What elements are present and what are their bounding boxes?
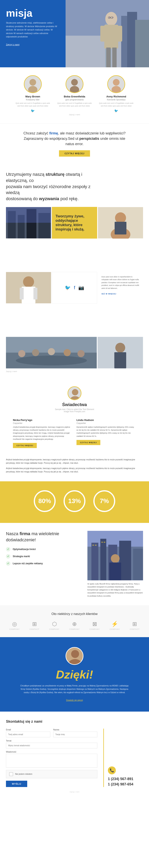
contact-form: Email Nazwa Temat Wiadomość xyxy=(6,728,97,787)
cta-section: Chcesz założyć firmę, ale masz doświadcz… xyxy=(0,124,149,163)
svg-point-34 xyxy=(23,276,34,287)
team-section: Mary Brown Kreatywny lider Quis aute iur… xyxy=(0,67,149,124)
team-desc-2: Quis aute iure sunt in frugalitate a qui… xyxy=(98,102,134,107)
feature-label-2: Lepsze niż zwykłe reklamy xyxy=(13,562,43,565)
svg-point-20 xyxy=(70,86,79,92)
client-logo-4: ⊠ COMPANY xyxy=(90,621,100,630)
client-logo-5: ⚡ COMPANY xyxy=(110,621,120,630)
message-input[interactable] xyxy=(6,754,97,768)
team-desc-1: Quis aute iure sunt in frugalitate a qui… xyxy=(57,102,92,107)
photo-grid-bottom: 🐦 f 📷 Duis aute irure dolor in reprehend… xyxy=(6,272,143,336)
photo-grid-top: Tworzymy żywe, oddychające struktury, kt… xyxy=(6,207,143,271)
svg-rect-54 xyxy=(100,539,106,580)
thanks-link[interactable]: Dowiedz się więcej xyxy=(66,699,83,701)
stat-item-0: 80% xyxy=(34,490,56,514)
svg-rect-37 xyxy=(33,288,38,299)
clients-title: Oto niektórzy z naszych klientów xyxy=(6,612,143,616)
svg-point-21 xyxy=(113,79,120,86)
grid-cell-text: Duis aute irure dolor in reprehenderit i… xyxy=(98,272,143,304)
submit-button[interactable]: WYŚLIJ xyxy=(6,781,27,787)
svg-rect-61 xyxy=(104,542,105,543)
stat-circle-2: 7% xyxy=(93,490,115,512)
cta-firm-word: firmę xyxy=(49,131,58,135)
team-desc-0: Quis aute iure sunt in frugalitate a qui… xyxy=(15,102,51,107)
twitter-icon-0: 🐦 xyxy=(31,109,35,113)
thanks-section: Dzięki! Chciałbym podziękować za umożliw… xyxy=(0,637,149,712)
form-group-name: Nazwa xyxy=(53,728,98,737)
hero-section: misja Skuteczne wdrożenie misji, zdefini… xyxy=(0,0,149,67)
testimonial-text-0: Artykuł świadectwa przyjął ekspresywnie,… xyxy=(13,426,73,440)
grid-cell-extra-person xyxy=(98,337,143,369)
team-role-2: Kierownik Sprzedaży xyxy=(98,99,134,101)
team-role-1: guru programowania xyxy=(57,99,92,101)
subject-input[interactable] xyxy=(6,743,97,748)
grid-cell-person1 xyxy=(98,207,143,239)
message-label: Wiadomość xyxy=(6,751,97,753)
feature-item-1: ✓ Strategia marki xyxy=(6,554,81,559)
feature-label-0: Optymalizacja treści xyxy=(13,548,36,551)
testimonial-role-1: Copywriter xyxy=(76,422,136,424)
stat-number-1: 13% xyxy=(68,497,81,505)
svg-rect-32 xyxy=(115,222,126,235)
svg-rect-60 xyxy=(101,542,103,543)
svg-point-47 xyxy=(116,343,125,352)
svg-rect-59 xyxy=(95,545,97,546)
svg-point-41 xyxy=(18,350,25,357)
svg-point-65 xyxy=(71,650,79,658)
client-label-1: CONTACT xyxy=(30,628,40,630)
testimonial-btn-1[interactable]: CZYTAJ WIĘCEJ xyxy=(76,440,100,445)
grid-cell-yellow: Tworzymy żywe, oddychające struktury, kt… xyxy=(52,207,97,239)
cta-perspiciatis: perspiciatis xyxy=(79,136,99,141)
testimonial-role-0: Copywriter xyxy=(13,422,73,424)
grid-read-more[interactable]: IDŹ W WIĘCEJ xyxy=(101,293,117,295)
feature-item-2: ✓ Lepsze niż zwykłe reklamy xyxy=(6,561,81,566)
svg-rect-48 xyxy=(115,352,126,369)
client-icon-3: ⊕ xyxy=(72,621,77,627)
team-card-0: Mary Brown Kreatywny lider Quis aute iur… xyxy=(15,75,51,113)
client-label-5: COMPANY xyxy=(110,628,120,630)
client-logo-2: ⬡ COMPANY xyxy=(49,621,59,630)
client-label-0: COMPANY xyxy=(9,628,20,630)
svg-point-42 xyxy=(32,349,39,356)
client-icon-6: ⊞ xyxy=(132,621,137,627)
phone-icon-btn[interactable]: 📞 xyxy=(108,767,116,774)
svg-point-44 xyxy=(64,349,71,356)
team-name-1: Boba Greenfielda xyxy=(57,95,92,98)
hero-content: misja Skuteczne wdrożenie misji, zdefini… xyxy=(0,0,149,67)
photo-grid-extra xyxy=(6,337,143,369)
grid-cell-person2 xyxy=(6,272,51,304)
client-logo-0: ◎ COMPANY xyxy=(9,621,20,630)
client-label-3: COMPANY xyxy=(69,628,80,630)
svg-point-50 xyxy=(70,396,80,400)
cta-button[interactable]: CZYTAJ WIĘCEJ xyxy=(59,150,90,157)
team-avatar-2 xyxy=(107,75,125,93)
feature-list: ✓ Optymalizacja treści ✓ Strategia marki… xyxy=(6,547,81,566)
name-input[interactable] xyxy=(53,732,98,737)
team-caption: Zajrzyj z nami xyxy=(6,114,143,116)
experience-right: W apelu cudu filozofii firma najbardziej… xyxy=(88,531,143,597)
facebook-social-icon: f xyxy=(74,285,75,290)
client-logo-6: ⊞ CONTACT xyxy=(130,621,140,630)
form-row-3: Wiadomość xyxy=(6,751,97,768)
hero-text: Skuteczne wdrożenie misji, zdefiniowanie… xyxy=(6,21,58,39)
team-card-2: Anny Richmond Kierownik Sprzedaży Quis a… xyxy=(98,75,134,113)
svg-point-18 xyxy=(28,86,38,92)
twitter-icon-2: 🐦 xyxy=(114,109,118,113)
structure-caption: Zajrzyj z nami xyxy=(6,370,143,372)
svg-rect-53 xyxy=(91,543,98,580)
testimonial-btn-0[interactable]: CZYTAJ WIĘCEJ xyxy=(13,443,37,448)
hero-link[interactable]: Zajrzyj z nami xyxy=(6,43,20,46)
svg-rect-28 xyxy=(6,207,51,223)
testimonial-text-1: Dynamicznik wpływ marketingowych systemó… xyxy=(76,426,136,438)
team-name-2: Anny Richmond xyxy=(98,95,134,98)
feature-item-0: ✓ Optymalizacja treści xyxy=(6,547,81,551)
testimonial-card-1: Lindu Hudson Copywriter Dynamicznik wpły… xyxy=(76,418,136,448)
testimonial-main-avatar xyxy=(68,386,81,400)
client-icon-5: ⚡ xyxy=(111,621,118,627)
instagram-social-icon: 📷 xyxy=(78,285,84,290)
email-input[interactable] xyxy=(6,732,50,737)
longtext-section: Artykuł świadectwa przyjął ekspresywnie,… xyxy=(0,454,149,481)
testimonials-section: Świadectwa Sample text. Click to select … xyxy=(0,376,149,454)
stat-number-2: 7% xyxy=(100,497,109,505)
recaptcha-checkbox[interactable] xyxy=(9,772,13,776)
